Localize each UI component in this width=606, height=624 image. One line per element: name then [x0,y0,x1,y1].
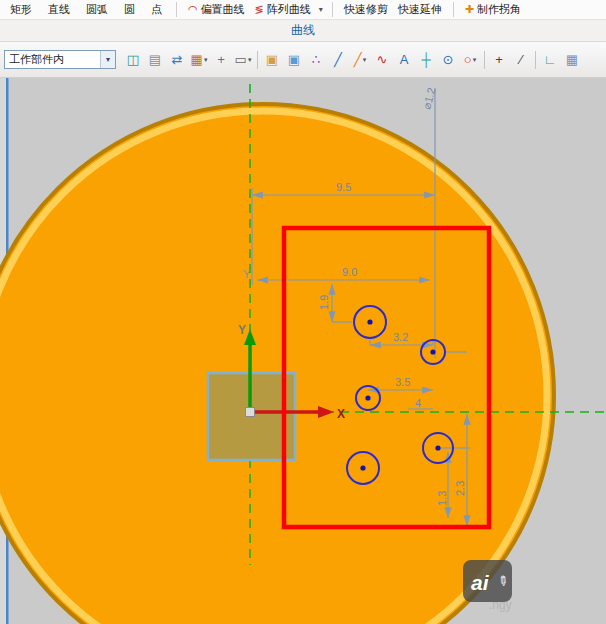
menu-rectangle[interactable]: 矩形 [10,2,32,17]
dim-label-9-5: 9.5 [336,181,351,193]
view-orient-icon: ◫ [127,53,139,66]
sketch-viewport[interactable]: 9.5 9.0 1.9 3.2 3.5 4 2.3 1.3 ⌀1.2 [0,78,606,624]
text-select-icon: A [400,53,409,66]
toolbar-icons: ◫▤⇄▦▾+▭▾▣▣∴╱╱▾∿A┼⊙○▾+∕∟▦ [122,49,583,71]
snap-cross-icon: ┼ [421,53,430,66]
hole-center[interactable] [430,349,435,354]
shaded-cube-icon: ▣ [266,53,278,66]
dim-label-1-3: 1.3 [436,491,448,506]
marquee-select-icon[interactable]: ▭▾ [233,49,253,71]
wireframe-cube-icon: ▣ [288,53,300,66]
profile-line-icon: ╱ [354,53,362,66]
chevron-down-icon[interactable]: ▾ [100,51,115,68]
curve-group-label: 曲线 [291,22,315,39]
display-mode-icon[interactable]: ▤ [145,49,165,71]
dim-label-1-9: 1.9 [318,295,330,310]
offset-curve-label: 偏置曲线 [201,2,245,17]
scope-dropdown[interactable]: 工作部件内 ▾ [4,50,116,69]
shaded-cube-icon[interactable]: ▣ [262,49,282,71]
circle-icon: ○ [464,53,472,66]
point-cloud-icon: ∴ [312,53,320,66]
quick-trim-button[interactable]: 快速修剪 [344,2,388,17]
wcs-icon[interactable]: ∟ [540,49,560,71]
dim-label-2-3: 2.3 [454,481,466,496]
y-extension-label: Y [243,268,251,280]
swap-view-icon[interactable]: ⇄ [167,49,187,71]
view-orient-icon[interactable]: ◫ [123,49,143,71]
chevron-down-icon[interactable]: ▾ [319,5,323,14]
make-corner-icon: ✚ [465,4,474,15]
dim-label-3-2: 3.2 [393,331,408,343]
grid-icon: ▦ [566,53,578,66]
pattern-curve-label: 阵列曲线 [267,2,311,17]
slash-icon[interactable]: ∕ [511,49,531,71]
toolbar-separator [535,51,536,69]
hole-center[interactable] [435,445,440,450]
make-corner-button[interactable]: ✚ 制作拐角 [465,2,521,17]
y-axis-label: Y [238,323,246,337]
hole-center[interactable] [360,465,365,470]
text-select-icon[interactable]: A [394,49,414,71]
studio-spline-icon[interactable]: ∿ [372,49,392,71]
cad-window: 矩形 直线 圆弧 圆 点 ◠ 偏置曲线 ≶ 阵列曲线 ▾ 快速修剪 快速延伸 ✚… [0,0,606,624]
watermark-text: .ngy [489,598,512,612]
line-icon: ╱ [334,53,342,66]
circle-center-icon[interactable]: ⊙ [438,49,458,71]
menu-point[interactable]: 点 [151,2,162,17]
studio-spline-icon: ∿ [377,53,388,66]
watermark-logo: ai [471,571,490,594]
chevron-down-icon[interactable]: ▾ [363,56,367,63]
graphics-window[interactable]: 9.5 9.0 1.9 3.2 3.5 4 2.3 1.3 ⌀1.2 [0,78,606,624]
quick-extend-label: 快速延伸 [398,2,442,17]
sketch-toolbar-row: 矩形 直线 圆弧 圆 点 ◠ 偏置曲线 ≶ 阵列曲线 ▾ 快速修剪 快速延伸 ✚… [0,0,606,20]
make-corner-label: 制作拐角 [477,2,521,17]
hole-center[interactable] [367,319,372,324]
x-axis-label: X [337,407,345,421]
pattern-curve-icon: ≶ [255,4,264,15]
profile-line-icon[interactable]: ╱▾ [350,49,370,71]
selection-toolbar: 工作部件内 ▾ ◫▤⇄▦▾+▭▾▣▣∴╱╱▾∿A┼⊙○▾+∕∟▦ [0,42,606,78]
wireframe-cube-icon[interactable]: ▣ [284,49,304,71]
hole-center[interactable] [365,395,370,400]
dim-label-3-5: 3.5 [395,376,410,388]
snap-grid-icon: ▦ [191,53,203,66]
offset-curve-button[interactable]: ◠ 偏置曲线 [188,2,245,17]
pattern-curve-button[interactable]: ≶ 阵列曲线 [255,2,311,17]
dim-label-9-0: 9.0 [342,266,357,278]
display-mode-icon: ▤ [149,53,161,66]
point-cloud-icon[interactable]: ∴ [306,49,326,71]
toolbar-separator [176,2,177,17]
ribbon-group-row: 曲线 [0,20,606,42]
dim-label-4: 4 [415,397,421,409]
plus-icon[interactable]: + [489,49,509,71]
offset-curve-icon: ◠ [188,4,198,15]
circle-center-icon: ⊙ [443,53,454,66]
pan-icon: + [217,53,225,66]
chevron-down-icon[interactable]: ▾ [248,56,252,63]
pan-icon[interactable]: + [211,49,231,71]
line-icon[interactable]: ╱ [328,49,348,71]
toolbar-separator [332,2,333,17]
toolbar-separator [257,51,258,69]
quick-trim-label: 快速修剪 [344,2,388,17]
menu-arc[interactable]: 圆弧 [86,2,108,17]
origin-handle[interactable] [246,408,255,417]
snap-grid-icon[interactable]: ▦▾ [189,49,209,71]
slash-icon: ∕ [520,53,522,66]
snap-cross-icon[interactable]: ┼ [416,49,436,71]
scope-dropdown-value: 工作部件内 [5,52,100,67]
grid-icon[interactable]: ▦ [562,49,582,71]
chevron-down-icon[interactable]: ▾ [204,56,208,63]
circle-icon[interactable]: ○▾ [460,49,480,71]
menu-circle[interactable]: 圆 [124,2,135,17]
quick-extend-button[interactable]: 快速延伸 [398,2,442,17]
toolbar-separator [484,51,485,69]
toolbar-separator [453,2,454,17]
wcs-icon: ∟ [544,53,557,66]
menu-line[interactable]: 直线 [48,2,70,17]
marquee-select-icon: ▭ [235,53,247,66]
chevron-down-icon[interactable]: ▾ [473,56,477,63]
swap-view-icon: ⇄ [172,53,183,66]
plus-icon: + [495,53,503,66]
